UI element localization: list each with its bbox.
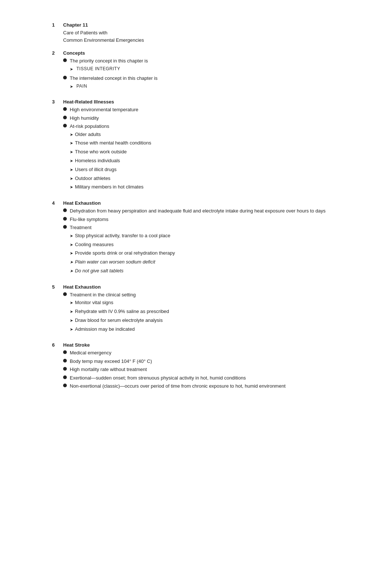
sub-list-item: Do not give salt tablets	[70, 267, 333, 275]
concept-label: TISSUE INTEGRITY	[76, 65, 120, 72]
bullet-dot-icon	[63, 124, 67, 127]
bullet-item: Non-exertional (classic)—occurs over per…	[63, 382, 333, 390]
bullet-item: High humidity	[63, 115, 333, 122]
bullet-dot-icon	[63, 350, 67, 354]
bullet-text: Non-exertional (classic)—occurs over per…	[70, 383, 286, 389]
section-number-2: 2	[52, 50, 63, 92]
sub-list: TISSUE INTEGRITY	[70, 65, 333, 73]
concept-label: PAIN	[76, 83, 87, 90]
section-title-2: Concepts	[63, 50, 333, 56]
bullet-item-text: Flu-like symptoms	[70, 216, 333, 223]
bullet-text: At-risk populations	[70, 123, 109, 129]
bullet-item-text: Treatment in the clinical settingMonitor…	[70, 291, 333, 334]
bullet-text: The interrelated concept in this chapter…	[70, 75, 158, 81]
sub-list: PAIN	[70, 83, 333, 90]
section-1: 1Chapter 11Care of Patients withCommon E…	[52, 22, 333, 44]
bullet-dot-icon	[63, 292, 67, 296]
sub-list-item: Provide sports drink or oral rehydration…	[70, 249, 333, 257]
bullet-item: The interrelated concept in this chapter…	[63, 75, 333, 91]
bullet-text: Dehydration from heavy perspiration and …	[70, 208, 326, 214]
section-number-6: 6	[52, 342, 63, 391]
bullet-text: High mortality rate without treatment	[70, 367, 147, 372]
bullet-dot-icon	[63, 58, 67, 62]
bullet-text: High environmental temperature	[70, 107, 138, 112]
bullet-item-text: Body temp may exceed 104° F (40° C)	[70, 358, 333, 365]
bullet-item: The priority concept in this chapter isT…	[63, 57, 333, 74]
bullet-item-text: Non-exertional (classic)—occurs over per…	[70, 382, 333, 390]
bullet-item: Body temp may exceed 104° F (40° C)	[63, 358, 333, 365]
bullet-dot-icon	[63, 107, 67, 111]
section-content-4: Heat ExhaustionDehydration from heavy pe…	[63, 200, 333, 277]
bullet-text: High humidity	[70, 115, 99, 121]
sub-list-item: Draw blood for serum electrolyte analysi…	[70, 317, 333, 324]
section-content-2: ConceptsThe priority concept in this cha…	[63, 50, 333, 92]
sub-list-item: Admission may be indicated	[70, 326, 333, 333]
sub-list-item: PAIN	[70, 83, 333, 90]
sub-list-item: Monitor vital signs	[70, 299, 333, 307]
bullet-dot-icon	[63, 76, 67, 79]
section-title-1: Chapter 11	[63, 22, 333, 28]
section-title-4: Heat Exhaustion	[63, 200, 333, 206]
bullet-item-text: Exertional—sudden onset; from strenuous …	[70, 374, 333, 382]
section-content-1: Chapter 11Care of Patients withCommon En…	[63, 22, 333, 44]
sub-list-item: Military members in hot climates	[70, 183, 333, 191]
section-5: 5Heat ExhaustionTreatment in the clinica…	[52, 284, 333, 336]
bullet-item-text: TreatmentStop physical activity, transfe…	[70, 224, 333, 276]
section-content-6: Heat StrokeMedical emergencyBody temp ma…	[63, 342, 333, 391]
sub-list-item: Outdoor athletes	[70, 175, 333, 183]
section-content-5: Heat ExhaustionTreatment in the clinical…	[63, 284, 333, 336]
sub-list-item: Those who work outside	[70, 148, 333, 156]
bullet-item: High environmental temperature	[63, 106, 333, 113]
bullet-dot-icon	[63, 384, 67, 387]
section-title-3: Heat-Related Illnesses	[63, 99, 333, 105]
bullet-list-4: Dehydration from heavy perspiration and …	[63, 207, 333, 276]
bullet-text: Medical emergency	[70, 350, 111, 355]
bullet-text: The priority concept in this chapter is	[70, 58, 148, 64]
section-subtitle-line: Common Environmental Emergencies	[63, 37, 333, 44]
bullet-item-text: High mortality rate without treatment	[70, 366, 333, 373]
section-content-3: Heat-Related IllnessesHigh environmental…	[63, 99, 333, 194]
bullet-list-6: Medical emergencyBody temp may exceed 10…	[63, 349, 333, 390]
section-4: 4Heat ExhaustionDehydration from heavy p…	[52, 200, 333, 277]
bullet-item: Exertional—sudden onset; from strenuous …	[63, 374, 333, 382]
bullet-item: Dehydration from heavy perspiration and …	[63, 207, 333, 215]
section-number-1: 1	[52, 22, 63, 44]
bullet-item-text: The interrelated concept in this chapter…	[70, 75, 333, 91]
bullet-text: Treatment in the clinical setting	[70, 292, 136, 297]
page-content: 1Chapter 11Care of Patients withCommon E…	[30, 0, 362, 420]
sub-list-item: Older adults	[70, 131, 333, 139]
section-subtitle-line: Care of Patients with	[63, 29, 333, 37]
section-number-4: 4	[52, 200, 63, 277]
bullet-list-3: High environmental temperatureHigh humid…	[63, 106, 333, 192]
bullet-item-text: High humidity	[70, 115, 333, 122]
bullet-text: Flu-like symptoms	[70, 217, 109, 222]
section-number-5: 5	[52, 284, 63, 336]
section-3: 3Heat-Related IllnessesHigh environmenta…	[52, 99, 333, 194]
bullet-list-2: The priority concept in this chapter isT…	[63, 57, 333, 91]
section-2: 2ConceptsThe priority concept in this ch…	[52, 50, 333, 92]
bullet-item-text: Dehydration from heavy perspiration and …	[70, 207, 333, 215]
bullet-text: Body temp may exceed 104° F (40° C)	[70, 358, 152, 364]
bullet-item-text: High environmental temperature	[70, 106, 333, 113]
sub-list: Stop physical activity, transfer to a co…	[70, 232, 333, 275]
sub-list: Monitor vital signsRehydrate with IV 0.9…	[70, 299, 333, 333]
bullet-list-5: Treatment in the clinical settingMonitor…	[63, 291, 333, 334]
bullet-text: Treatment	[70, 225, 92, 230]
bullet-item-text: Medical emergency	[70, 349, 333, 357]
sub-list-item: Cooling measures	[70, 241, 333, 249]
sub-list-item: TISSUE INTEGRITY	[70, 65, 333, 73]
section-number-3: 3	[52, 99, 63, 194]
bullet-item: TreatmentStop physical activity, transfe…	[63, 224, 333, 276]
bullet-item: Treatment in the clinical settingMonitor…	[63, 291, 333, 334]
bullet-dot-icon	[63, 225, 67, 229]
bullet-item-text: The priority concept in this chapter isT…	[70, 57, 333, 74]
sub-list-item: Plain water can worsen sodium deficit	[70, 258, 333, 266]
bullet-item: Medical emergency	[63, 349, 333, 357]
bullet-dot-icon	[63, 208, 67, 212]
sub-list-item: Homeless individuals	[70, 157, 333, 165]
sub-list: Older adultsThose with mental health con…	[70, 131, 333, 191]
bullet-item: Flu-like symptoms	[63, 216, 333, 223]
bullet-dot-icon	[63, 116, 67, 119]
bullet-dot-icon	[63, 217, 67, 221]
bullet-dot-icon	[63, 367, 67, 371]
